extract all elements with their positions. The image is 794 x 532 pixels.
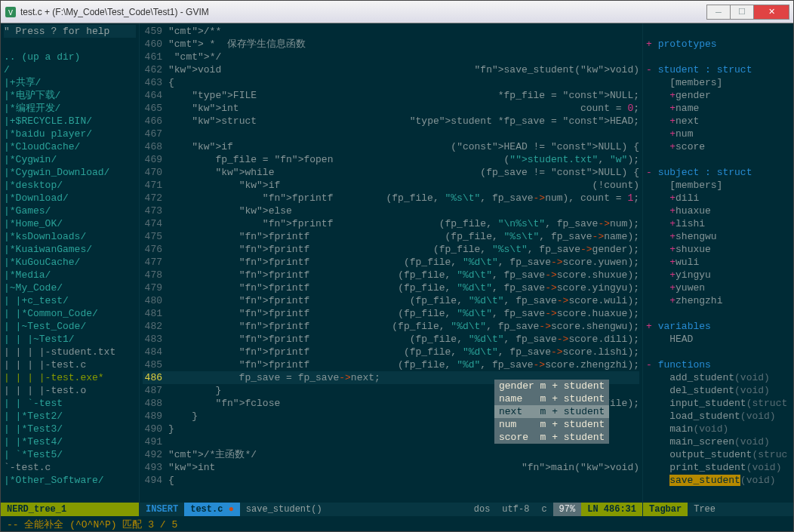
tagbar-item[interactable]: +lishi [646,217,790,230]
tagbar-item[interactable]: +gender [646,89,790,102]
tagbar-item[interactable]: +yuwen [646,281,790,294]
code-line[interactable]: 466 "kw">struct "type">student *fp_save … [143,115,639,128]
tagbar-function[interactable]: output_student(struc [646,448,790,461]
nerdtree-pane[interactable]: " Press ? for help.. (up a dir)/|+共享/|*电… [1,23,140,516]
code-line[interactable]: 469 fp_file = "fn">fopen("">student.txt"… [143,153,639,166]
tagbar-section[interactable]: + variables [646,320,790,333]
code-line[interactable]: 482 "fn">fprintf(fp_file, "%d\t", fp_sav… [143,320,639,333]
code-line[interactable]: 494{ [143,474,639,487]
code-line[interactable]: 474 "fn">fprintf(fp_file, "\n%s\t", fp_s… [143,217,639,230]
code-pane[interactable]: 459"cmt">/**460"cmt"> * 保存学生信息函数461 "cmt… [140,23,642,516]
tree-item[interactable]: |*CloudCache/ [4,140,136,153]
code-line[interactable]: 476 "fn">fprintf(fp_file, "%s\t", fp_sav… [143,243,639,256]
tagbar-lines[interactable]: + prototypes- student : struct [members]… [643,23,793,503]
code-line[interactable]: 479 "fn">fprintf(fp_file, "%d\t", fp_sav… [143,281,639,294]
code-line[interactable]: 478 "fn">fprintf(fp_file, "%d\t", fp_sav… [143,269,639,281]
tagbar-function[interactable]: save_student(void) [646,474,790,487]
tree-item[interactable]: |*Cygwin_Download/ [4,166,136,179]
code-line[interactable]: 483 "fn">fprintf(fp_file, "%d\t", fp_sav… [143,333,639,346]
tree-item[interactable]: | | | |-test.o [4,384,136,397]
tagbar-item[interactable]: +wuli [646,256,790,269]
completion-item[interactable]: gender m + student [494,380,609,392]
tagbar-function[interactable]: del_student(void) [646,384,790,397]
tagbar-section[interactable]: - functions [646,358,790,371]
code-line[interactable]: 471 "kw">if (!count) [143,179,639,192]
code-line[interactable]: 464 "type">FILE *fp_file = "const">NULL; [143,89,639,102]
code-line[interactable]: 484 "fn">fprintf(fp_file, "%d\t", fp_sav… [143,346,639,358]
tree-item[interactable]: |*KuaiwanGames/ [4,243,136,256]
tree-item[interactable]: |+共享/ [4,76,136,89]
tagbar-section[interactable]: - student : struct [646,63,790,76]
tree-item[interactable]: |~My_Code/ [4,281,136,294]
tagbar-item[interactable]: +shengwu [646,230,790,243]
code-line[interactable]: 468 "kw">if ("const">HEAD != "const">NUL… [143,140,639,153]
tagbar-item[interactable]: +score [646,140,790,153]
tagbar-function[interactable]: print_student(void) [646,461,790,474]
completion-item[interactable]: next m + student [494,405,609,418]
tree-item[interactable]: | |~Test_Code/ [4,320,136,333]
tree-item[interactable]: |*Games/ [4,204,136,217]
completion-item[interactable]: score m + student [494,431,609,444]
tree-item[interactable]: / [4,63,136,76]
completion-popup[interactable]: gender m + studentname m + studentnext m… [494,380,609,444]
completion-item[interactable]: name m + student [494,392,609,405]
tagbar-item[interactable]: +huaxue [646,204,790,217]
tree-item[interactable]: | |*Common_Code/ [4,307,136,320]
code-line[interactable]: 460"cmt"> * 保存学生信息函数 [143,38,639,51]
code-line[interactable]: 481 "fn">fprintf(fp_file, "%d\t", fp_sav… [143,307,639,320]
tree-item[interactable]: |*Other_Software/ [4,474,136,487]
tree-item[interactable]: |*desktop/ [4,179,136,192]
tree-item[interactable]: | |*Test3/ [4,423,136,435]
tree-item[interactable]: | |+c_test/ [4,294,136,307]
tagbar-function[interactable]: main_screen(void) [646,435,790,448]
tree-item[interactable]: |*Media/ [4,269,136,281]
maximize-button[interactable]: ☐ [730,5,754,20]
tree-item[interactable]: |+$RECYCLE.BIN/ [4,115,136,128]
code-line[interactable]: 465 "kw">int count = 0; [143,102,639,115]
tree-item[interactable]: |*KuGouCache/ [4,256,136,269]
tagbar-function[interactable]: main(void) [646,423,790,435]
tagbar-item[interactable]: +num [646,128,790,140]
code-line[interactable]: 470 "kw">while (fp_save != "const">NULL)… [143,166,639,179]
tree-item[interactable]: |*编程开发/ [4,102,136,115]
code-line[interactable]: 461 "cmt">*/ [143,51,639,63]
code-line[interactable]: 467 [143,128,639,140]
code-line[interactable]: 472 "fn">fprintf(fp_file, "%s\t", fp_sav… [143,192,639,204]
tree-item[interactable]: | | `-test [4,397,136,410]
nerdtree-lines[interactable]: " Press ? for help.. (up a dir)/|+共享/|*电… [1,23,139,503]
tagbar-item[interactable]: HEAD [646,333,790,346]
tree-item[interactable]: | | | |-test.exe* [4,371,136,384]
code-line[interactable]: 480 "fn">fprintf(fp_file, "%d\t", fp_sav… [143,294,639,307]
tree-item[interactable]: |*Home_OK/ [4,217,136,230]
code-line[interactable]: 459"cmt">/** [143,25,639,38]
tagbar-section[interactable]: - subject : struct [646,166,790,179]
tagbar-item[interactable]: +next [646,115,790,128]
code-line[interactable]: 473 "kw">else [143,204,639,217]
minimize-button[interactable]: ─ [706,5,731,20]
tree-item[interactable]: | |*Test2/ [4,410,136,423]
tree-item[interactable]: `-test.c [4,461,136,474]
tagbar-function[interactable]: add_student(void) [646,371,790,384]
tree-item[interactable]: .. (up a dir) [4,51,136,63]
code-line[interactable]: 475 "fn">fprintf(fp_file, "%s\t", fp_sav… [143,230,639,243]
tagbar-item[interactable]: +name [646,102,790,115]
tagbar-function[interactable]: load_student(void) [646,410,790,423]
tagbar-item[interactable]: +zhengzhi [646,294,790,307]
tagbar-function[interactable]: input_student(struct [646,397,790,410]
tagbar-item[interactable]: +shuxue [646,243,790,256]
code-line[interactable]: 462"kw">void "fn">save_student("kw">void… [143,63,639,76]
titlebar[interactable]: V test.c + (F:\My_Code\Test_Code\Test1) … [1,1,793,23]
tree-item[interactable]: |*Cygwin/ [4,153,136,166]
tree-item[interactable]: |*Download/ [4,192,136,204]
tagbar-item[interactable]: +dili [646,192,790,204]
tree-item[interactable]: | | |~Test1/ [4,333,136,346]
completion-item[interactable]: num m + student [494,418,609,431]
tree-item[interactable]: | | | |-student.txt [4,346,136,358]
tree-item[interactable]: |*电驴下载/ [4,89,136,102]
tree-item[interactable]: |*baidu player/ [4,128,136,140]
code-line[interactable]: 493"kw">int "fn">main("kw">void) [143,461,639,474]
code-line[interactable]: 477 "fn">fprintf(fp_file, "%d\t", fp_sav… [143,256,639,269]
code-line[interactable]: 485 "fn">fprintf(fp_file, "%d", fp_save-… [143,358,639,371]
code-line[interactable]: 492"cmt">/*主函数*/ [143,448,639,461]
close-button[interactable]: ✕ [753,5,789,20]
